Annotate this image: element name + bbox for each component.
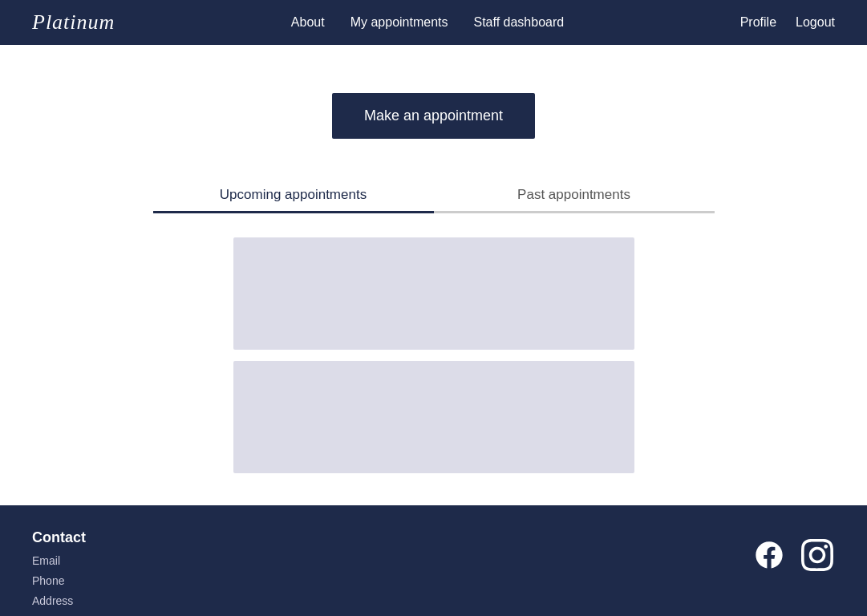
appointment-card-2[interactable] [233,361,634,473]
main-content: Make an appointment Upcoming appointment… [0,45,867,505]
tab-past-appointments[interactable]: Past appointments [434,179,715,213]
tabs-container: Upcoming appointments Past appointments [153,179,715,213]
navbar: Platinum About My appointments Staff das… [0,0,867,45]
tab-upcoming-appointments[interactable]: Upcoming appointments [153,179,434,213]
social-icons [752,537,835,573]
brand-logo: Platinum [32,10,115,34]
nav-logout[interactable]: Logout [796,15,835,30]
contact-email: Email [32,551,86,571]
appointment-card-1[interactable] [233,237,634,350]
appointments-list [233,237,634,473]
footer: Contact Email Phone Address [0,505,867,616]
nav-my-appointments[interactable]: My appointments [350,15,448,30]
navbar-right-links: Profile Logout [740,15,835,30]
make-appointment-button[interactable]: Make an appointment [332,93,535,139]
contact-title: Contact [32,529,86,546]
footer-contact: Contact Email Phone Address [32,529,86,612]
nav-about[interactable]: About [291,15,325,30]
contact-phone: Phone [32,571,86,591]
navbar-center-links: About My appointments Staff dashboard [291,15,564,30]
contact-address: Address [32,591,86,611]
instagram-icon[interactable] [800,537,835,573]
nav-staff-dashboard[interactable]: Staff dashboard [474,15,565,30]
facebook-icon[interactable] [752,537,787,573]
nav-profile[interactable]: Profile [740,15,776,30]
